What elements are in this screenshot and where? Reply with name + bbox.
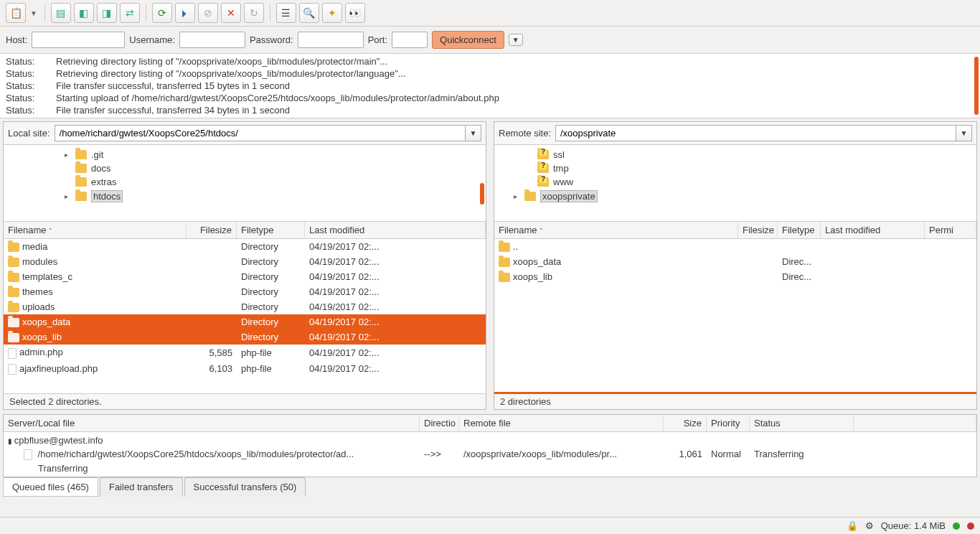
local-tree[interactable]: ▸.gitdocsextras▸htdocs bbox=[4, 144, 486, 222]
cancel-button[interactable]: ⊘ bbox=[198, 3, 218, 23]
folder-icon bbox=[75, 164, 87, 173]
sync-browse-button[interactable]: 👀 bbox=[345, 3, 365, 23]
username-input[interactable] bbox=[179, 32, 245, 48]
col-priority[interactable]: Priority bbox=[707, 415, 750, 431]
col-modified[interactable]: Last modified bbox=[821, 222, 925, 238]
tab-queued-files[interactable]: Queued files (465) bbox=[3, 477, 98, 497]
password-input[interactable] bbox=[298, 32, 364, 48]
file-row[interactable]: themesDirectory04/19/2017 02:... bbox=[4, 284, 486, 299]
remote-site-label: Remote site: bbox=[499, 128, 551, 139]
port-label: Port: bbox=[368, 34, 387, 45]
tree-item[interactable]: docs bbox=[4, 161, 486, 175]
remote-path-dropdown[interactable]: ▼ bbox=[956, 125, 972, 141]
file-row[interactable]: templates_cDirectory04/19/2017 02:... bbox=[4, 269, 486, 284]
file-row[interactable]: mediaDirectory04/19/2017 02:... bbox=[4, 239, 486, 254]
file-row[interactable]: xoops_dataDirectory04/19/2017 02:... bbox=[4, 314, 486, 329]
folder-icon bbox=[8, 243, 19, 252]
tree-item-label: ssl bbox=[553, 149, 565, 160]
tree-item[interactable]: extras bbox=[4, 175, 486, 189]
file-row[interactable]: ajaxfineupload.php6,103php-file04/19/201… bbox=[4, 361, 486, 377]
scrollbar-thumb[interactable] bbox=[480, 183, 484, 205]
file-row[interactable]: xoops_libDirectory04/19/2017 02:... bbox=[4, 329, 486, 345]
tree-item[interactable]: ▸htdocs bbox=[4, 189, 486, 204]
site-manager-button[interactable]: 📋 bbox=[6, 3, 26, 23]
toggle-queue-button[interactable]: ⇄ bbox=[120, 3, 140, 23]
remote-pane: Remote site: ▼ ssltmpwww▸xoopsprivate Fi… bbox=[494, 121, 977, 410]
folder-icon bbox=[8, 273, 19, 282]
expander-icon[interactable]: ▸ bbox=[61, 151, 71, 159]
process-queue-button[interactable]: ⏵ bbox=[175, 3, 195, 23]
reconnect-button[interactable]: ↻ bbox=[244, 3, 264, 23]
search-button[interactable]: 🔍 bbox=[299, 3, 319, 23]
file-row[interactable]: xoops_dataDirec... bbox=[494, 254, 976, 269]
file-row[interactable]: uploadsDirectory04/19/2017 02:... bbox=[4, 299, 486, 314]
local-path-input[interactable] bbox=[55, 125, 466, 141]
col-filetype[interactable]: Filetype bbox=[237, 222, 305, 238]
site-manager-dropdown[interactable]: ▼ bbox=[29, 9, 39, 17]
tree-item[interactable]: ssl bbox=[494, 148, 976, 161]
sort-asc-icon: ˄ bbox=[49, 228, 52, 235]
host-input[interactable] bbox=[32, 32, 125, 48]
file-row[interactable]: .. bbox=[494, 239, 976, 254]
tree-item-label: docs bbox=[91, 163, 110, 174]
queue-item-row[interactable]: /home/richard/gwtest/XoopsCore25/htdocs/… bbox=[4, 447, 976, 462]
col-filesize[interactable]: Filesize bbox=[187, 222, 237, 238]
tree-item[interactable]: ▸.git bbox=[4, 148, 486, 161]
quickconnect-button[interactable]: Quickconnect bbox=[432, 31, 504, 49]
filter-button[interactable]: ☰ bbox=[276, 3, 296, 23]
file-row[interactable]: modulesDirectory04/19/2017 02:... bbox=[4, 254, 486, 269]
col-filesize[interactable]: Filesize bbox=[738, 222, 778, 238]
folder-icon bbox=[8, 303, 19, 312]
password-label: Password: bbox=[250, 34, 293, 45]
refresh-button[interactable]: ⟳ bbox=[152, 3, 172, 23]
tab-successful-transfers[interactable]: Successful transfers (50) bbox=[184, 477, 306, 497]
col-size[interactable]: Size bbox=[664, 415, 707, 431]
tree-item[interactable]: ▸xoopsprivate bbox=[494, 189, 976, 204]
message-log[interactable]: Status:Retrieving directory listing of "… bbox=[0, 54, 980, 118]
file-row[interactable]: xoops_libDirec... bbox=[494, 269, 976, 284]
status-indicator-green bbox=[953, 523, 960, 530]
remote-file-list[interactable]: Filename˄ Filesize Filetype Last modifie… bbox=[494, 222, 976, 392]
expander-icon[interactable]: ▸ bbox=[510, 192, 520, 200]
col-direction[interactable]: Directio bbox=[420, 415, 459, 431]
gear-icon[interactable]: ⚙ bbox=[865, 520, 874, 531]
folder-icon bbox=[524, 192, 536, 201]
quickconnect-history-dropdown[interactable]: ▼ bbox=[509, 34, 523, 46]
tab-failed-transfers[interactable]: Failed transfers bbox=[100, 477, 183, 497]
remote-tree[interactable]: ssltmpwww▸xoopsprivate bbox=[494, 144, 976, 222]
folder-icon bbox=[8, 333, 19, 342]
sort-asc-icon: ˄ bbox=[540, 228, 543, 235]
username-label: Username: bbox=[129, 34, 175, 45]
remote-status: 2 directories bbox=[494, 392, 976, 409]
queue-server-row[interactable]: cpbfluse@gwtest.info bbox=[4, 434, 976, 447]
tree-item[interactable]: www bbox=[494, 175, 976, 189]
log-entry: Status:File transfer successful, transfe… bbox=[6, 104, 974, 116]
port-input[interactable] bbox=[392, 32, 428, 48]
toggle-local-tree-button[interactable]: ◧ bbox=[74, 3, 94, 23]
tree-item-label: extras bbox=[91, 177, 116, 187]
col-remote-file[interactable]: Remote file bbox=[459, 415, 664, 431]
col-filename[interactable]: Filename˄ bbox=[4, 222, 187, 238]
col-filename[interactable]: Filename˄ bbox=[494, 222, 738, 238]
col-extra[interactable] bbox=[854, 415, 976, 431]
col-permissions[interactable]: Permi bbox=[925, 222, 976, 238]
transfer-queue[interactable]: Server/Local file Directio Remote file S… bbox=[3, 414, 977, 477]
compare-button[interactable]: ✦ bbox=[322, 3, 342, 23]
col-status[interactable]: Status bbox=[750, 415, 854, 431]
toggle-remote-tree-button[interactable]: ◨ bbox=[97, 3, 117, 23]
folder-icon bbox=[8, 258, 19, 267]
local-file-list[interactable]: Filename˄ Filesize Filetype Last modifie… bbox=[4, 222, 486, 393]
folder-icon bbox=[75, 192, 87, 201]
col-filetype[interactable]: Filetype bbox=[778, 222, 821, 238]
folder-icon bbox=[537, 150, 549, 159]
col-modified[interactable]: Last modified bbox=[305, 222, 486, 238]
disconnect-button[interactable]: ✕ bbox=[221, 3, 241, 23]
remote-path-input[interactable] bbox=[555, 125, 956, 141]
toggle-log-button[interactable]: ▤ bbox=[51, 3, 71, 23]
file-row[interactable]: admin.php5,585php-file04/19/2017 02:... bbox=[4, 345, 486, 360]
host-label: Host: bbox=[6, 34, 27, 45]
tree-item[interactable]: tmp bbox=[494, 161, 976, 175]
expander-icon[interactable]: ▸ bbox=[61, 192, 71, 200]
col-local-file[interactable]: Server/Local file bbox=[4, 415, 420, 431]
local-path-dropdown[interactable]: ▼ bbox=[466, 125, 481, 141]
